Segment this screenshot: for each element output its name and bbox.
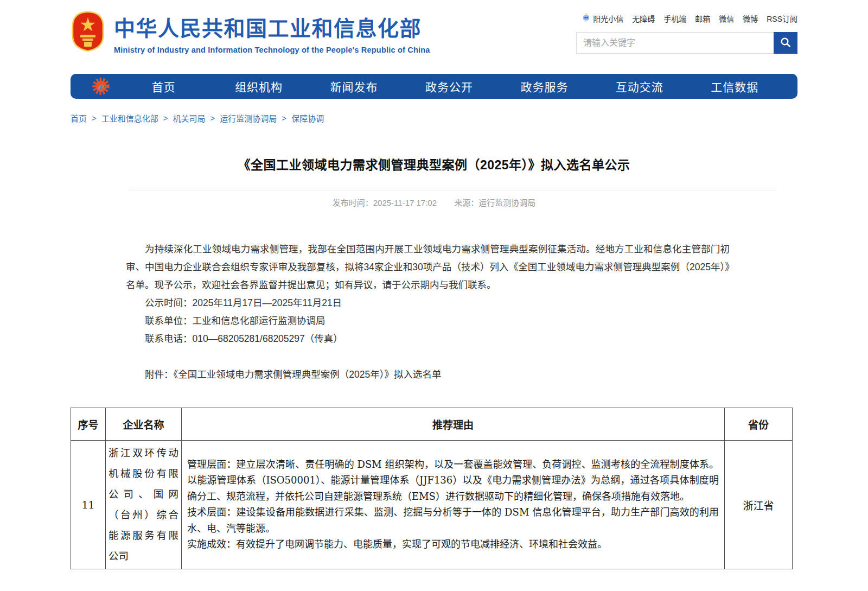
breadcrumb-separator: > — [163, 113, 168, 123]
header-cell-province: 省份 — [725, 408, 793, 441]
breadcrumb-current[interactable]: 保障协调 — [291, 112, 324, 124]
publish-time: 发布时间：2025-11-17 17:02 — [333, 198, 437, 207]
contact-unit-line: 联系单位：工业和信息化部运行监测协调局 — [126, 312, 730, 330]
breadcrumb-separator: > — [210, 113, 215, 123]
site-subtitle: Ministry of Industry and Information Tec… — [114, 46, 430, 54]
attachment-line: 附件：《全国工业领域电力需求侧管理典型案例（2025年）》拟入选名单 — [126, 366, 730, 384]
article-body: 为持续深化工业领域电力需求侧管理，我部在全国范围内开展工业领域电力需求侧管理典型… — [71, 240, 797, 384]
reason-technology: 技术层面：建设集设备用能数据进行采集、监测、挖掘与分析等于一体的 DSM 信息化… — [187, 504, 719, 536]
search-bar — [576, 32, 797, 54]
brand-text: 中华人民共和国工业和信息化部 Ministry of Industry and … — [114, 11, 430, 54]
site-brand: 中华人民共和国工业和信息化部 Ministry of Industry and … — [71, 11, 430, 54]
breadcrumb-departments[interactable]: 机关司局 — [173, 112, 206, 124]
quick-link-mobile[interactable]: 手机端 — [663, 13, 686, 24]
quick-link-mail[interactable]: 邮箱 — [695, 13, 710, 24]
main-nav: e 首页 组织机构 新闻发布 政务公开 政务服务 互动交流 工信数据 — [71, 74, 797, 99]
quick-link-rss[interactable]: RSS订阅 — [767, 13, 797, 24]
nav-item-interaction[interactable]: 互动交流 — [592, 78, 687, 94]
quick-link-accessibility[interactable]: 无障碍 — [632, 13, 655, 24]
breadcrumb-bureau[interactable]: 运行监测协调局 — [220, 112, 277, 124]
case-list-table: 序号 企业名称 推荐理由 省份 11 浙江双环传动机械股份有限公司、国网（台州）… — [71, 408, 793, 569]
quick-link-label: 阳光小信 — [593, 13, 623, 24]
svg-text:e: e — [98, 80, 105, 92]
article-title: 《全国工业领域电力需求侧管理典型案例（2025年）》拟入选名单公示 — [71, 155, 797, 173]
header-cell-reason: 推荐理由 — [182, 408, 725, 441]
quick-link-wechat[interactable]: 微信 — [719, 13, 734, 24]
title-divider — [129, 190, 776, 190]
reason-management: 管理层面：建立层次清晰、责任明确的 DSM 组织架构，以及一套覆盖能效管理、负荷… — [187, 456, 719, 505]
reason-results: 实施成效：有效提升了电网调节能力、电能质量，实现了可观的节电减排经济、环境和社会… — [187, 536, 719, 552]
site-title: 中华人民共和国工业和信息化部 — [114, 11, 430, 42]
site-header: 中华人民共和国工业和信息化部 Ministry of Industry and … — [71, 0, 797, 54]
table-header-row: 序号 企业名称 推荐理由 省份 — [71, 408, 793, 441]
robot-icon — [582, 13, 591, 24]
cell-province: 浙江省 — [725, 441, 793, 569]
article-source: 来源：运行监测协调局 — [454, 198, 535, 207]
article-meta: 发布时间：2025-11-17 17:02 来源：运行监测协调局 — [71, 196, 797, 208]
national-emblem-logo — [71, 11, 105, 54]
quick-link-sunshine[interactable]: 阳光小信 — [582, 13, 623, 24]
miit-gear-logo-icon: e — [86, 77, 116, 96]
cell-company-name: 浙江双环传动机械股份有限公司、国网（台州）综合能源服务有限公司 — [106, 441, 182, 569]
table-row: 11 浙江双环传动机械股份有限公司、国网（台州）综合能源服务有限公司 管理层面：… — [71, 441, 793, 569]
search-input[interactable] — [577, 33, 774, 53]
breadcrumb-home[interactable]: 首页 — [71, 112, 87, 124]
header-right: 阳光小信 无障碍 手机端 邮箱 微信 微博 RSS订阅 — [576, 11, 797, 54]
breadcrumb-miit[interactable]: 工业和信息化部 — [101, 112, 158, 124]
search-button[interactable] — [774, 32, 797, 54]
cell-serial-number: 11 — [71, 441, 106, 569]
publicity-period-line: 公示时间：2025年11月17日—2025年11月21日 — [126, 294, 730, 312]
nav-item-data[interactable]: 工信数据 — [687, 78, 782, 94]
nav-item-news[interactable]: 新闻发布 — [307, 78, 401, 94]
page: 中华人民共和国工业和信息化部 Ministry of Industry and … — [0, 0, 868, 591]
header-cell-no: 序号 — [71, 408, 106, 441]
contact-phone-line: 联系电话：010—68205281/68205297（传真） — [126, 330, 730, 348]
search-icon — [780, 36, 792, 50]
breadcrumb-separator: > — [92, 113, 97, 123]
quick-links: 阳光小信 无障碍 手机端 邮箱 微信 微博 RSS订阅 — [576, 13, 797, 24]
cell-recommendation-reason: 管理层面：建立层次清晰、责任明确的 DSM 组织架构，以及一套覆盖能效管理、负荷… — [182, 441, 725, 569]
breadcrumb-separator: > — [282, 113, 286, 123]
lead-paragraph: 为持续深化工业领域电力需求侧管理，我部在全国范围内开展工业领域电力需求侧管理典型… — [126, 240, 730, 294]
nav-item-gov-affairs[interactable]: 政务公开 — [401, 78, 496, 94]
quick-link-weibo[interactable]: 微博 — [743, 13, 758, 24]
breadcrumb: 首页 > 工业和信息化部 > 机关司局 > 运行监测协调局 > 保障协调 — [71, 112, 797, 124]
nav-item-organization[interactable]: 组织机构 — [211, 78, 306, 94]
nav-item-gov-services[interactable]: 政务服务 — [497, 78, 592, 94]
header-cell-company: 企业名称 — [106, 408, 182, 441]
nav-item-home[interactable]: 首页 — [116, 78, 211, 94]
